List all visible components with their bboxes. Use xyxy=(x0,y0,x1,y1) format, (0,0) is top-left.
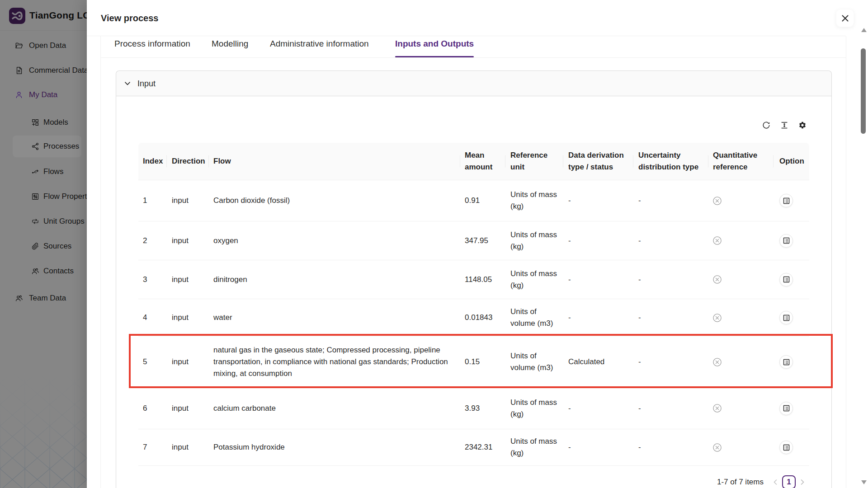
cell-option xyxy=(773,429,809,465)
cell-mean_amount: 1148.05 xyxy=(460,260,505,299)
chevron-down-icon xyxy=(124,80,131,87)
pagination: 1-7 of 7 items 1 xyxy=(116,475,809,488)
close-circle-icon[interactable] xyxy=(713,236,722,245)
table-body: 1inputCarbon dioxide (fossil)0.91Units o… xyxy=(138,180,809,466)
cell-text: 3 xyxy=(143,274,147,286)
cell-mean_amount: 2342.31 xyxy=(460,429,505,465)
screen: TianGong LCA Open DataCommercial DataMy … xyxy=(0,0,868,488)
cell-text: Units of volume (m3) xyxy=(510,306,559,329)
profile-icon xyxy=(783,237,790,244)
cell-index: 2 xyxy=(138,221,166,260)
drawer-title: View process xyxy=(101,0,158,36)
cell-reference_unit: Units of volume (m3) xyxy=(505,299,563,336)
cell-text: - xyxy=(638,235,641,247)
reload-button[interactable] xyxy=(762,121,770,129)
cell-text: input xyxy=(172,312,189,324)
table-row-3: 3inputdinitrogen1148.05Units of mass (kg… xyxy=(138,260,809,299)
tab-inputs-and-outputs[interactable]: Inputs and Outputs xyxy=(395,36,474,58)
reload-icon xyxy=(762,121,770,129)
table-row-2: 2inputoxygen347.95Units of mass (kg)-- xyxy=(138,221,809,260)
input-panel-title: Input xyxy=(137,71,156,96)
cell-direction: input xyxy=(166,260,208,299)
option-profile-button[interactable] xyxy=(779,311,793,324)
cell-data_derivation: - xyxy=(563,180,633,221)
close-circle-icon[interactable] xyxy=(713,197,722,205)
cell-text: 0.91 xyxy=(465,195,480,206)
cell-text: 2 xyxy=(143,235,147,247)
tab-modelling[interactable]: Modelling xyxy=(212,36,248,58)
close-circle-icon[interactable] xyxy=(713,404,722,413)
pagination-prev-button[interactable] xyxy=(769,475,782,488)
cell-text: 0.01843 xyxy=(465,312,492,324)
cell-text: dinitrogen xyxy=(213,274,247,286)
close-circle-icon[interactable] xyxy=(713,275,722,284)
input-panel-header[interactable]: Input xyxy=(116,71,831,96)
cell-quantitative-reference xyxy=(708,299,773,336)
profile-icon xyxy=(783,276,790,283)
cell-text: 347.95 xyxy=(465,235,488,247)
cell-text: - xyxy=(568,312,571,324)
cell-direction: input xyxy=(166,180,208,221)
cell-flow: oxygen xyxy=(208,221,460,260)
settings-button[interactable] xyxy=(798,121,807,129)
cell-flow: calcium carbonate xyxy=(208,388,460,429)
tab-process-information[interactable]: Process information xyxy=(114,36,190,58)
tab-administrative-information[interactable]: Administrative information xyxy=(270,36,369,58)
cell-reference_unit: Units of mass (kg) xyxy=(505,180,563,221)
cell-flow: Carbon dioxide (fossil) xyxy=(208,180,460,221)
cell-data_derivation: - xyxy=(563,260,633,299)
cell-text: Units of mass (kg) xyxy=(510,189,559,212)
cell-data_derivation: - xyxy=(563,299,633,336)
cell-text: - xyxy=(568,274,571,286)
profile-icon xyxy=(783,444,790,451)
cell-index: 7 xyxy=(138,429,166,465)
profile-icon xyxy=(783,404,790,412)
cell-index: 1 xyxy=(138,180,166,221)
close-circle-icon[interactable] xyxy=(713,443,722,452)
scrollbar-up-arrow[interactable] xyxy=(861,28,867,32)
table-row-6: 6inputcalcium carbonate3.93Units of mass… xyxy=(138,388,809,429)
option-profile-button[interactable] xyxy=(779,273,793,286)
option-profile-button[interactable] xyxy=(779,234,793,248)
cell-mean_amount: 347.95 xyxy=(460,221,505,260)
card-border-left xyxy=(100,36,101,488)
drawer-close-button[interactable] xyxy=(836,9,854,27)
cell-option xyxy=(773,388,809,429)
card-border-right xyxy=(846,36,846,488)
tabs-bar: Process informationModellingAdministrati… xyxy=(87,36,846,58)
cell-text: - xyxy=(568,403,571,414)
pagination-next-button[interactable] xyxy=(796,475,809,488)
cell-text: input xyxy=(172,441,189,453)
table-row-4: 4inputwater0.01843Units of volume (m3)-- xyxy=(138,299,809,337)
pagination-page-1[interactable]: 1 xyxy=(782,475,796,488)
cell-text: 2342.31 xyxy=(465,441,492,453)
cell-text: - xyxy=(638,274,641,286)
cell-uncertainty: - xyxy=(633,299,708,336)
option-profile-button[interactable] xyxy=(779,441,793,454)
cell-direction: input xyxy=(166,221,208,260)
column-height-button[interactable] xyxy=(780,121,788,129)
column-header-label: Direction xyxy=(172,155,205,167)
close-circle-icon[interactable] xyxy=(713,314,722,322)
column-header-label: Mean amount xyxy=(465,150,501,173)
cell-mean_amount: 3.93 xyxy=(460,388,505,429)
scrollbar-thumb[interactable] xyxy=(861,48,866,134)
cell-text: - xyxy=(568,195,571,206)
option-profile-button[interactable] xyxy=(779,194,793,207)
inputs-table: IndexDirectionFlowMean amountReference u… xyxy=(138,143,809,466)
cell-reference_unit: Units of mass (kg) xyxy=(505,260,563,299)
cell-text: - xyxy=(638,441,641,453)
scrollbar-down-arrow[interactable] xyxy=(861,480,867,484)
option-profile-button[interactable] xyxy=(779,402,793,415)
cell-data_derivation: - xyxy=(563,429,633,465)
cell-text: 1148.05 xyxy=(465,274,492,286)
cell-quantitative-reference xyxy=(708,260,773,299)
cell-data_derivation: - xyxy=(563,388,633,429)
input-collapse-panel: Input IndexDir xyxy=(116,70,832,488)
cell-text: 1 xyxy=(143,195,147,206)
cell-mean_amount: 0.91 xyxy=(460,180,505,221)
cell-text: 6 xyxy=(143,403,147,414)
profile-icon xyxy=(783,197,790,205)
column-header-index: Index xyxy=(138,143,166,180)
table-row-1: 1inputCarbon dioxide (fossil)0.91Units o… xyxy=(138,180,809,221)
